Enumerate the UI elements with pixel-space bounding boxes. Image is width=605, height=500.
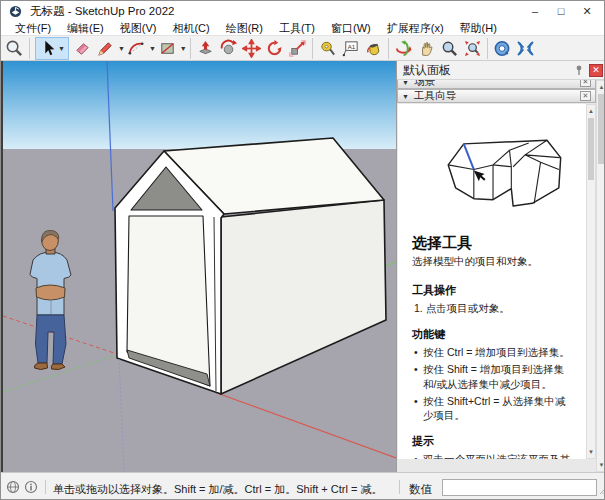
instructor-panel-header[interactable]: ▼ 工具向导 ✕ <box>397 89 596 103</box>
text-icon: A1 <box>341 39 360 58</box>
orbit-tool-button[interactable] <box>392 37 415 60</box>
move-icon <box>242 39 261 58</box>
window-title: 无标题 - SketchUp Pro 2022 <box>30 4 174 19</box>
line-dropdown-arrow[interactable]: ▼ <box>118 45 125 52</box>
instructor-content: 选择工具 选择模型中的项目和对象。 工具操作 1. 点击项目或对象。 功能键 按… <box>398 104 586 459</box>
move-tool-button[interactable] <box>240 37 263 60</box>
zoom-window-tool-button[interactable] <box>3 37 26 60</box>
menu-file[interactable]: 文件(F) <box>7 21 59 36</box>
extension-warehouse-button[interactable] <box>491 37 514 60</box>
menu-camera[interactable]: 相机(C) <box>164 21 217 36</box>
toolbar-separator <box>312 38 313 59</box>
arc-tool-button[interactable] <box>125 37 148 60</box>
rotate-icon <box>265 39 284 58</box>
scenes-panel-header-clipped[interactable]: ▼ 场景 ✕ <box>397 80 596 89</box>
tape-measure-tool-button[interactable] <box>316 37 339 60</box>
scale-tool-button[interactable] <box>286 37 309 60</box>
instructor-bullet: 双击一个平面以选定该平面及其所有边线。 <box>412 452 574 459</box>
scroll-up-icon[interactable]: ▲ <box>597 81 605 93</box>
title-bar: 无标题 - SketchUp Pro 2022 – □ ✕ <box>1 1 604 21</box>
geolocation-icon[interactable] <box>6 480 20 494</box>
scroll-down-icon[interactable]: ▼ <box>587 446 595 458</box>
measurements-label: 数值 <box>409 482 432 497</box>
line-tool-button[interactable] <box>94 37 117 60</box>
eraser-tool-button[interactable] <box>71 37 94 60</box>
paint-bucket-icon <box>364 39 383 58</box>
menu-edit[interactable]: 编辑(E) <box>59 21 112 36</box>
menu-draw[interactable]: 绘图(R) <box>218 21 271 36</box>
toolbar-separator <box>487 38 488 59</box>
instructor-illustration <box>440 114 568 214</box>
instructor-heading: 选择工具 <box>412 234 574 253</box>
hand-icon <box>417 39 436 58</box>
scroll-up-icon[interactable]: ▲ <box>587 105 595 117</box>
tray-title-bar: 默认面板 ✕ <box>397 61 605 80</box>
blue-x-tool-button[interactable] <box>514 37 537 60</box>
close-button[interactable]: ✕ <box>574 1 600 21</box>
instructor-bullet: 按住 Shift = 增加项目到选择集和/或从选择集中减少项目。 <box>412 362 574 390</box>
instructor-step: 1. 点击项目或对象。 <box>414 301 574 315</box>
tray-scrollbar[interactable]: ▲ ▼ <box>596 80 605 472</box>
minimize-button[interactable]: – <box>522 1 548 21</box>
extension-warehouse-icon <box>493 39 512 58</box>
rectangle-tool-button[interactable] <box>156 37 179 60</box>
menu-window[interactable]: 窗口(W) <box>323 21 379 36</box>
panel-close-icon[interactable]: ✕ <box>580 91 591 101</box>
menu-bar: 文件(F) 编辑(E) 视图(V) 相机(C) 绘图(R) 工具(T) 窗口(W… <box>1 21 604 35</box>
paint-bucket-tool-button[interactable] <box>362 37 385 60</box>
panel-close-icon[interactable]: ✕ <box>580 80 591 87</box>
section-title: 功能键 <box>412 327 574 342</box>
section-title: 提示 <box>412 434 574 449</box>
zoom-extents-tool-button[interactable] <box>461 37 484 60</box>
rectangle-icon <box>158 39 177 58</box>
status-message: 单击或拖动以选择对象。Shift = 加/减。Ctrl = 加。Shift + … <box>53 482 382 497</box>
zoom-extents-icon <box>463 39 482 58</box>
sky <box>3 61 396 149</box>
scroll-down-icon[interactable]: ▼ <box>597 459 605 471</box>
rectangle-dropdown-arrow[interactable]: ▼ <box>180 45 187 52</box>
measurements-input[interactable] <box>442 479 597 496</box>
status-divider <box>399 480 400 494</box>
zoom-magnifier-icon <box>440 39 459 58</box>
eraser-icon <box>73 39 92 58</box>
menu-extensions[interactable]: 扩展程序(x) <box>379 21 452 36</box>
menu-help[interactable]: 帮助(H) <box>452 21 505 36</box>
menu-view[interactable]: 视图(V) <box>112 21 165 36</box>
scrollbar-thumb[interactable] <box>598 94 605 164</box>
pin-icon[interactable] <box>573 64 585 76</box>
section-title: 工具操作 <box>412 283 574 298</box>
arc-dropdown-arrow[interactable]: ▼ <box>149 45 156 52</box>
pan-tool-button[interactable] <box>415 37 438 60</box>
push-pull-tool-button[interactable] <box>194 37 217 60</box>
follow-me-icon <box>219 39 238 58</box>
drawing-viewport[interactable] <box>1 61 396 472</box>
blue-x-icon <box>516 39 535 58</box>
magnifier-icon <box>5 39 24 58</box>
zoom-tool-button[interactable] <box>438 37 461 60</box>
follow-me-tool-button[interactable] <box>217 37 240 60</box>
help-circle-icon[interactable] <box>24 480 38 494</box>
instructor-scrollbar[interactable]: ▲ ▼ <box>586 104 596 459</box>
menu-tools[interactable]: 工具(T) <box>271 21 323 36</box>
tray-close-button[interactable]: ✕ <box>589 64 603 77</box>
status-divider <box>45 480 46 494</box>
tape-measure-icon <box>318 39 337 58</box>
toolbar-separator <box>29 38 30 59</box>
text-tool-button[interactable]: A1 <box>339 37 362 60</box>
scenes-panel-label: 场景 <box>414 80 580 89</box>
select-dropdown-arrow[interactable]: ▼ <box>58 45 65 52</box>
sketchup-window: 无标题 - SketchUp Pro 2022 – □ ✕ 文件(F) 编辑(E… <box>0 0 605 500</box>
maximize-button[interactable]: □ <box>548 1 574 21</box>
pencil-icon <box>96 39 115 58</box>
select-arrow-icon <box>39 39 57 57</box>
orbit-icon <box>394 39 413 58</box>
toolbar-separator <box>190 38 191 59</box>
instructor-subtitle: 选择模型中的项目和对象。 <box>412 255 574 269</box>
rotate-tool-button[interactable] <box>263 37 286 60</box>
scale-icon <box>288 39 307 58</box>
collapse-triangle-icon: ▼ <box>402 80 409 86</box>
toolbar-separator <box>388 38 389 59</box>
scrollbar-thumb[interactable] <box>588 118 594 180</box>
sketchup-logo-icon <box>9 5 22 18</box>
select-tool-button[interactable]: ▼ <box>35 37 69 60</box>
